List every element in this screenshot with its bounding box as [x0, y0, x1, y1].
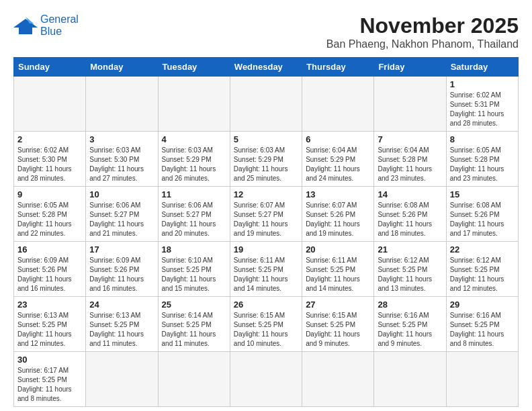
- calendar-cell: 1Sunrise: 6:02 AM Sunset: 5:31 PM Daylig…: [446, 77, 518, 132]
- day-info: Sunrise: 6:11 AM Sunset: 5:25 PM Dayligh…: [234, 256, 298, 293]
- day-number: 27: [306, 300, 370, 310]
- calendar-cell: [302, 352, 374, 407]
- day-number: 28: [378, 300, 442, 310]
- day-number: 22: [450, 244, 515, 255]
- calendar-cell: [446, 352, 518, 407]
- day-number: 7: [378, 134, 442, 144]
- day-info: Sunrise: 6:06 AM Sunset: 5:27 PM Dayligh…: [162, 201, 226, 238]
- calendar-table: SundayMondayTuesdayWednesdayThursdayFrid…: [13, 57, 519, 407]
- day-info: Sunrise: 6:13 AM Sunset: 5:25 PM Dayligh…: [17, 311, 82, 349]
- day-info: Sunrise: 6:03 AM Sunset: 5:29 PM Dayligh…: [234, 146, 298, 183]
- calendar-cell: 19Sunrise: 6:11 AM Sunset: 5:25 PM Dayli…: [230, 242, 302, 297]
- day-number: 25: [162, 300, 226, 310]
- day-number: 16: [17, 244, 82, 255]
- page-header: General Blue November 2025 Ban Phaeng, N…: [13, 13, 519, 50]
- day-info: Sunrise: 6:06 AM Sunset: 5:27 PM Dayligh…: [89, 201, 154, 238]
- day-info: Sunrise: 6:15 AM Sunset: 5:25 PM Dayligh…: [306, 311, 370, 349]
- calendar-cell: 18Sunrise: 6:10 AM Sunset: 5:25 PM Dayli…: [158, 242, 230, 297]
- day-number: 1: [450, 79, 515, 89]
- day-number: 12: [234, 189, 298, 199]
- day-info: Sunrise: 6:12 AM Sunset: 5:25 PM Dayligh…: [450, 256, 515, 293]
- day-number: 20: [306, 244, 370, 255]
- calendar-cell: [374, 352, 446, 407]
- calendar-cell: 25Sunrise: 6:14 AM Sunset: 5:25 PM Dayli…: [158, 297, 230, 352]
- day-info: Sunrise: 6:10 AM Sunset: 5:25 PM Dayligh…: [162, 256, 226, 293]
- calendar-cell: [86, 77, 158, 132]
- day-number: 4: [162, 134, 226, 144]
- day-number: 8: [450, 134, 515, 144]
- day-info: Sunrise: 6:03 AM Sunset: 5:29 PM Dayligh…: [162, 146, 226, 183]
- day-info: Sunrise: 6:05 AM Sunset: 5:28 PM Dayligh…: [17, 201, 82, 238]
- calendar-cell: 5Sunrise: 6:03 AM Sunset: 5:29 PM Daylig…: [230, 132, 302, 187]
- weekday-header-saturday: Saturday: [446, 58, 518, 77]
- calendar-cell: 9Sunrise: 6:05 AM Sunset: 5:28 PM Daylig…: [14, 187, 86, 242]
- day-number: 13: [306, 189, 370, 199]
- calendar-cell: 15Sunrise: 6:08 AM Sunset: 5:26 PM Dayli…: [446, 187, 518, 242]
- day-number: 24: [89, 300, 154, 310]
- calendar-cell: 27Sunrise: 6:15 AM Sunset: 5:25 PM Dayli…: [302, 297, 374, 352]
- day-number: 6: [306, 134, 370, 144]
- calendar-cell: [230, 77, 302, 132]
- day-number: 19: [234, 244, 298, 255]
- calendar-cell: 26Sunrise: 6:15 AM Sunset: 5:25 PM Dayli…: [230, 297, 302, 352]
- svg-marker-0: [13, 19, 38, 34]
- calendar-cell: 6Sunrise: 6:04 AM Sunset: 5:29 PM Daylig…: [302, 132, 374, 187]
- day-number: 21: [378, 244, 442, 255]
- calendar-row-6: 30Sunrise: 6:17 AM Sunset: 5:25 PM Dayli…: [14, 352, 519, 407]
- calendar-row-2: 2Sunrise: 6:02 AM Sunset: 5:30 PM Daylig…: [14, 132, 519, 187]
- title-area: November 2025 Ban Phaeng, Nakhon Phanom,…: [326, 13, 519, 50]
- day-info: Sunrise: 6:07 AM Sunset: 5:26 PM Dayligh…: [306, 201, 370, 238]
- calendar-cell: 29Sunrise: 6:16 AM Sunset: 5:25 PM Dayli…: [446, 297, 518, 352]
- calendar-cell: 11Sunrise: 6:06 AM Sunset: 5:27 PM Dayli…: [158, 187, 230, 242]
- day-number: 15: [450, 189, 515, 199]
- calendar-cell: 2Sunrise: 6:02 AM Sunset: 5:30 PM Daylig…: [14, 132, 86, 187]
- weekday-header-tuesday: Tuesday: [158, 58, 230, 77]
- calendar-cell: 21Sunrise: 6:12 AM Sunset: 5:25 PM Dayli…: [374, 242, 446, 297]
- day-info: Sunrise: 6:13 AM Sunset: 5:25 PM Dayligh…: [89, 311, 154, 349]
- day-info: Sunrise: 6:05 AM Sunset: 5:28 PM Dayligh…: [450, 146, 515, 183]
- calendar-cell: 13Sunrise: 6:07 AM Sunset: 5:26 PM Dayli…: [302, 187, 374, 242]
- calendar-cell: 17Sunrise: 6:09 AM Sunset: 5:26 PM Dayli…: [86, 242, 158, 297]
- day-number: 3: [89, 134, 154, 144]
- day-info: Sunrise: 6:08 AM Sunset: 5:26 PM Dayligh…: [450, 201, 515, 238]
- calendar-cell: [86, 352, 158, 407]
- day-info: Sunrise: 6:12 AM Sunset: 5:25 PM Dayligh…: [378, 256, 442, 293]
- logo: General Blue: [13, 13, 79, 37]
- weekday-header-monday: Monday: [86, 58, 158, 77]
- calendar-cell: [230, 352, 302, 407]
- day-number: 23: [17, 300, 82, 310]
- weekday-header-friday: Friday: [374, 58, 446, 77]
- calendar-cell: 14Sunrise: 6:08 AM Sunset: 5:26 PM Dayli…: [374, 187, 446, 242]
- calendar-cell: 16Sunrise: 6:09 AM Sunset: 5:26 PM Dayli…: [14, 242, 86, 297]
- day-info: Sunrise: 6:17 AM Sunset: 5:25 PM Dayligh…: [17, 366, 82, 404]
- logo-blue: Blue: [40, 26, 62, 37]
- calendar-cell: [158, 352, 230, 407]
- day-info: Sunrise: 6:09 AM Sunset: 5:26 PM Dayligh…: [17, 256, 82, 293]
- calendar-cell: 7Sunrise: 6:04 AM Sunset: 5:28 PM Daylig…: [374, 132, 446, 187]
- day-info: Sunrise: 6:16 AM Sunset: 5:25 PM Dayligh…: [378, 311, 442, 349]
- day-number: 10: [89, 189, 154, 199]
- page-title: November 2025: [326, 13, 519, 38]
- calendar-cell: 8Sunrise: 6:05 AM Sunset: 5:28 PM Daylig…: [446, 132, 518, 187]
- calendar-cell: [302, 77, 374, 132]
- weekday-header-thursday: Thursday: [302, 58, 374, 77]
- day-number: 5: [234, 134, 298, 144]
- calendar-cell: [14, 77, 86, 132]
- day-number: 18: [162, 244, 226, 255]
- day-info: Sunrise: 6:14 AM Sunset: 5:25 PM Dayligh…: [162, 311, 226, 349]
- weekday-header-wednesday: Wednesday: [230, 58, 302, 77]
- calendar-cell: 24Sunrise: 6:13 AM Sunset: 5:25 PM Dayli…: [86, 297, 158, 352]
- calendar-row-4: 16Sunrise: 6:09 AM Sunset: 5:26 PM Dayli…: [14, 242, 519, 297]
- logo-text: General Blue: [40, 13, 79, 37]
- day-number: 26: [234, 300, 298, 310]
- weekday-header-sunday: Sunday: [14, 58, 86, 77]
- day-info: Sunrise: 6:02 AM Sunset: 5:30 PM Dayligh…: [17, 146, 82, 183]
- day-number: 2: [17, 134, 82, 144]
- page-subtitle: Ban Phaeng, Nakhon Phanom, Thailand: [326, 38, 519, 50]
- calendar-cell: 3Sunrise: 6:03 AM Sunset: 5:30 PM Daylig…: [86, 132, 158, 187]
- day-info: Sunrise: 6:03 AM Sunset: 5:30 PM Dayligh…: [89, 146, 154, 183]
- weekday-header-row: SundayMondayTuesdayWednesdayThursdayFrid…: [14, 58, 519, 77]
- day-info: Sunrise: 6:02 AM Sunset: 5:31 PM Dayligh…: [450, 91, 515, 128]
- calendar-cell: 20Sunrise: 6:11 AM Sunset: 5:25 PM Dayli…: [302, 242, 374, 297]
- day-number: 9: [17, 189, 82, 199]
